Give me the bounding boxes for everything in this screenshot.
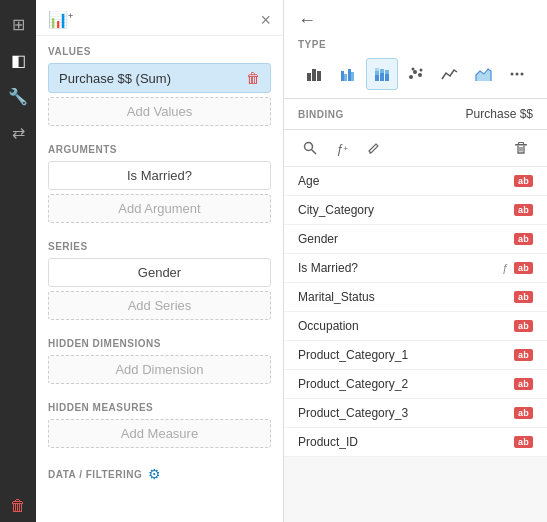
left-panel: 📊+ × VALUES Purchase $$ (Sum) 🗑 Add Valu… bbox=[36, 0, 284, 522]
field-name-city-category: City_Category bbox=[298, 203, 514, 217]
gender-chip[interactable]: Gender bbox=[48, 258, 271, 287]
field-badge-product-cat-1: ab bbox=[514, 349, 533, 361]
layers-icon[interactable]: ◧ bbox=[2, 44, 34, 76]
hidden-measures-section: HIDDEN MEASURES Add Measure bbox=[36, 392, 283, 456]
wrench-icon[interactable]: 🔧 bbox=[2, 80, 34, 112]
field-name-product-cat-3: Product_Category_3 bbox=[298, 406, 514, 420]
field-badge-product-cat-2: ab bbox=[514, 378, 533, 390]
back-button[interactable]: ← bbox=[298, 10, 316, 31]
stacked-bar-button[interactable] bbox=[366, 58, 398, 90]
grouped-bar-button[interactable] bbox=[332, 58, 364, 90]
field-row-age[interactable]: Age ab bbox=[284, 167, 547, 196]
svg-rect-5 bbox=[348, 69, 351, 81]
data-filtering-section: DATA / FILTERING ⚙ bbox=[36, 456, 283, 490]
edit-binding-icon[interactable] bbox=[362, 136, 386, 160]
field-row-city-category[interactable]: City_Category ab bbox=[284, 196, 547, 225]
occupation-type-badge: ab bbox=[514, 320, 533, 332]
add-measure-button[interactable]: Add Measure bbox=[48, 419, 271, 448]
field-row-is-married[interactable]: Is Married? ƒ ab bbox=[284, 254, 547, 283]
svg-rect-0 bbox=[307, 73, 311, 81]
product-id-type-badge: ab bbox=[514, 436, 533, 448]
arrows-icon[interactable]: ⇄ bbox=[2, 116, 34, 148]
binding-header: BINDING Purchase $$ bbox=[284, 99, 547, 130]
field-row-product-cat-2[interactable]: Product_Category_2 ab bbox=[284, 370, 547, 399]
values-section: VALUES Purchase $$ (Sum) 🗑 Add Values bbox=[36, 36, 283, 134]
field-row-gender[interactable]: Gender ab bbox=[284, 225, 547, 254]
svg-rect-28 bbox=[519, 143, 524, 145]
svg-rect-10 bbox=[380, 73, 384, 81]
field-badge-gender: ab bbox=[514, 233, 533, 245]
svg-rect-12 bbox=[385, 74, 389, 81]
svg-rect-11 bbox=[380, 69, 384, 73]
add-dimension-button[interactable]: Add Dimension bbox=[48, 355, 271, 384]
line-button[interactable] bbox=[433, 58, 465, 90]
age-type-badge: ab bbox=[514, 175, 533, 187]
field-row-marital-status[interactable]: Marital_Status ab bbox=[284, 283, 547, 312]
series-label: SERIES bbox=[48, 241, 271, 252]
field-name-product-cat-1: Product_Category_1 bbox=[298, 348, 514, 362]
product-cat-2-type-badge: ab bbox=[514, 378, 533, 390]
right-panel: ← TYPE bbox=[284, 0, 547, 522]
right-top: ← TYPE bbox=[284, 0, 547, 99]
add-series-button[interactable]: Add Series bbox=[48, 291, 271, 320]
formula-add-icon[interactable]: ƒ+ bbox=[330, 136, 354, 160]
svg-rect-4 bbox=[344, 74, 347, 81]
delete-icon[interactable]: 🗑 bbox=[2, 490, 34, 522]
field-row-product-cat-1[interactable]: Product_Category_1 ab bbox=[284, 341, 547, 370]
field-row-product-id[interactable]: Product_ID ab bbox=[284, 428, 547, 457]
binding-section: BINDING Purchase $$ ƒ+ Age ab bbox=[284, 99, 547, 522]
purchase-sum-chip[interactable]: Purchase $$ (Sum) 🗑 bbox=[48, 63, 271, 93]
is-married-type-badge: ab bbox=[514, 262, 533, 274]
svg-rect-1 bbox=[312, 69, 316, 81]
field-row-occupation[interactable]: Occupation ab bbox=[284, 312, 547, 341]
grid-icon[interactable]: ⊞ bbox=[2, 8, 34, 40]
svg-point-22 bbox=[305, 143, 313, 151]
add-argument-button[interactable]: Add Argument bbox=[48, 194, 271, 223]
field-badge-occupation: ab bbox=[514, 320, 533, 332]
scatter-button[interactable] bbox=[400, 58, 432, 90]
hidden-dimensions-label: HIDDEN DIMENSIONS bbox=[48, 338, 271, 349]
field-badge-age: ab bbox=[514, 175, 533, 187]
search-binding-icon[interactable] bbox=[298, 136, 322, 160]
hidden-measures-label: HIDDEN MEASURES bbox=[48, 402, 271, 413]
field-badge-product-cat-3: ab bbox=[514, 407, 533, 419]
svg-point-20 bbox=[516, 73, 519, 76]
svg-point-17 bbox=[411, 68, 414, 71]
field-row-product-cat-3[interactable]: Product_Category_3 ab bbox=[284, 399, 547, 428]
svg-point-15 bbox=[413, 70, 417, 74]
binding-measure: Purchase $$ bbox=[466, 107, 533, 121]
svg-rect-7 bbox=[375, 75, 379, 81]
city-type-badge: ab bbox=[514, 204, 533, 216]
add-values-button[interactable]: Add Values bbox=[48, 97, 271, 126]
sidebar: ⊞ ◧ 🔧 ⇄ 🗑 bbox=[0, 0, 36, 522]
svg-rect-6 bbox=[351, 72, 354, 81]
field-badge-product-id: ab bbox=[514, 436, 533, 448]
field-name-product-cat-2: Product_Category_2 bbox=[298, 377, 514, 391]
data-filtering-gear-icon[interactable]: ⚙ bbox=[148, 466, 161, 482]
bar-chart-button[interactable] bbox=[298, 58, 330, 90]
svg-rect-13 bbox=[385, 70, 389, 74]
arguments-section: ARGUMENTS Is Married? Add Argument bbox=[36, 134, 283, 231]
area-button[interactable] bbox=[467, 58, 499, 90]
svg-point-18 bbox=[419, 69, 422, 72]
svg-line-23 bbox=[312, 150, 317, 155]
delete-field-icon[interactable] bbox=[509, 136, 533, 160]
values-label: VALUES bbox=[48, 46, 271, 57]
product-cat-3-type-badge: ab bbox=[514, 407, 533, 419]
svg-rect-3 bbox=[341, 71, 344, 81]
field-badge-marital: ab bbox=[514, 291, 533, 303]
hidden-dimensions-section: HIDDEN DIMENSIONS Add Dimension bbox=[36, 328, 283, 392]
field-name-occupation: Occupation bbox=[298, 319, 514, 333]
svg-rect-8 bbox=[375, 71, 379, 75]
product-cat-1-type-badge: ab bbox=[514, 349, 533, 361]
chart-add-icon: 📊+ bbox=[48, 10, 73, 29]
data-filtering-label: DATA / FILTERING bbox=[48, 469, 142, 480]
is-married-chip[interactable]: Is Married? bbox=[48, 161, 271, 190]
arguments-label: ARGUMENTS bbox=[48, 144, 271, 155]
marital-type-badge: ab bbox=[514, 291, 533, 303]
delete-chip-icon[interactable]: 🗑 bbox=[246, 70, 260, 86]
more-chart-types-button[interactable] bbox=[501, 58, 533, 90]
series-section: SERIES Gender Add Series bbox=[36, 231, 283, 328]
close-button[interactable]: × bbox=[260, 11, 271, 29]
svg-point-14 bbox=[409, 75, 413, 79]
